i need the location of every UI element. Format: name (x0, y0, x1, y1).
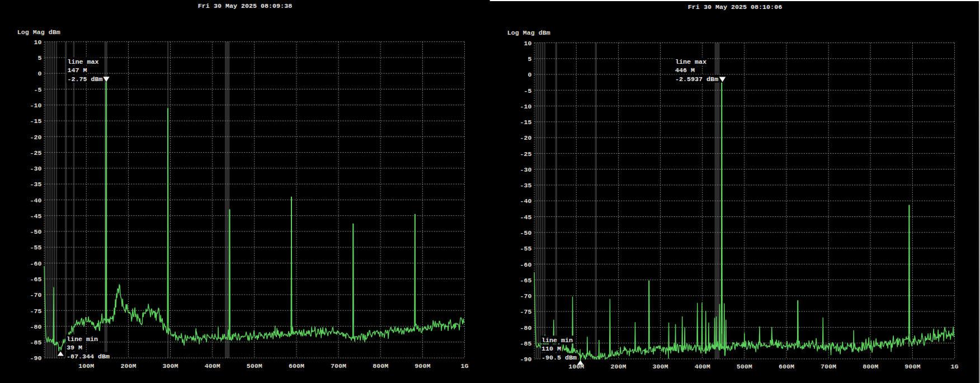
svg-text:0: 0 (527, 71, 531, 79)
svg-text:500M: 500M (247, 362, 262, 370)
svg-text:-50: -50 (30, 228, 41, 236)
svg-text:-2.75 dBm: -2.75 dBm (67, 75, 102, 83)
svg-text:200M: 200M (610, 363, 626, 371)
svg-text:400M: 400M (695, 363, 710, 371)
svg-text:-35: -35 (30, 181, 41, 188)
svg-text:500M: 500M (737, 363, 752, 371)
svg-text:-20: -20 (520, 134, 531, 142)
svg-text:-10: -10 (30, 102, 41, 110)
svg-text:-87.344 dBm: -87.344 dBm (67, 353, 110, 361)
svg-text:900M: 900M (414, 362, 430, 370)
svg-text:Fri 30 May 2025 08:09:38: Fri 30 May 2025 08:09:38 (198, 2, 292, 10)
svg-text:line max: line max (675, 58, 706, 66)
svg-text:Fri 30 May 2025 08:10:06: Fri 30 May 2025 08:10:06 (688, 3, 782, 11)
svg-text:10: 10 (524, 40, 531, 48)
svg-text:Log Mag dBm: Log Mag dBm (17, 29, 60, 36)
svg-text:-65: -65 (30, 276, 41, 283)
svg-text:100M: 100M (78, 362, 94, 370)
svg-text:10: 10 (34, 39, 41, 46)
svg-text:-50: -50 (520, 229, 531, 237)
svg-text:446 M: 446 M (675, 67, 695, 74)
svg-text:5: 5 (37, 54, 41, 62)
svg-text:900M: 900M (904, 363, 920, 371)
svg-text:300M: 300M (653, 363, 668, 371)
svg-text:-25: -25 (520, 150, 531, 158)
svg-text:5: 5 (527, 55, 531, 63)
svg-text:800M: 800M (863, 363, 878, 371)
svg-text:-45: -45 (30, 212, 41, 220)
svg-text:-90.5 dBm: -90.5 dBm (541, 354, 577, 362)
svg-text:600M: 600M (779, 363, 794, 371)
svg-text:line max: line max (67, 58, 98, 66)
svg-text:-85: -85 (520, 340, 531, 348)
svg-text:-5: -5 (524, 87, 531, 95)
svg-text:-15: -15 (30, 117, 41, 125)
svg-text:700M: 700M (821, 363, 836, 371)
svg-text:39 M: 39 M (67, 344, 82, 352)
svg-text:-20: -20 (30, 134, 41, 141)
svg-text:-25: -25 (30, 149, 41, 157)
svg-text:-85: -85 (30, 339, 41, 347)
svg-text:-75: -75 (520, 308, 531, 316)
svg-text:-40: -40 (30, 197, 41, 205)
svg-text:-60: -60 (520, 261, 531, 269)
svg-text:1G: 1G (950, 363, 958, 371)
svg-text:-60: -60 (30, 260, 41, 268)
svg-text:0: 0 (37, 70, 41, 78)
svg-text:800M: 800M (373, 362, 388, 370)
svg-text:line min: line min (541, 337, 573, 344)
svg-text:-70: -70 (30, 291, 41, 299)
svg-text:-30: -30 (30, 165, 41, 173)
svg-text:-70: -70 (520, 292, 531, 300)
svg-text:line min: line min (67, 335, 98, 343)
svg-text:-55: -55 (30, 244, 41, 252)
svg-text:-55: -55 (520, 245, 531, 253)
svg-text:-90: -90 (30, 354, 41, 362)
svg-text:200M: 200M (120, 362, 136, 370)
svg-text:700M: 700M (331, 362, 346, 370)
svg-text:300M: 300M (163, 362, 178, 370)
svg-text:110 M: 110 M (541, 345, 561, 353)
svg-text:-35: -35 (520, 182, 531, 190)
svg-text:600M: 600M (289, 362, 304, 370)
svg-text:-80: -80 (520, 324, 531, 332)
svg-text:-90: -90 (520, 356, 531, 363)
svg-text:400M: 400M (205, 362, 220, 370)
svg-text:-2.5937 dBm: -2.5937 dBm (675, 75, 718, 83)
svg-text:-5: -5 (34, 86, 41, 94)
svg-text:147 M: 147 M (67, 67, 87, 74)
svg-text:Log Mag dBm: Log Mag dBm (507, 29, 550, 37)
svg-text:1G: 1G (460, 362, 468, 370)
svg-text:-75: -75 (30, 308, 41, 315)
svg-text:-80: -80 (30, 323, 41, 331)
svg-text:-45: -45 (520, 214, 531, 221)
svg-text:-40: -40 (520, 197, 531, 205)
svg-text:-30: -30 (520, 166, 531, 174)
svg-text:-65: -65 (520, 277, 531, 285)
svg-text:-10: -10 (520, 103, 531, 111)
svg-text:-15: -15 (520, 119, 531, 126)
